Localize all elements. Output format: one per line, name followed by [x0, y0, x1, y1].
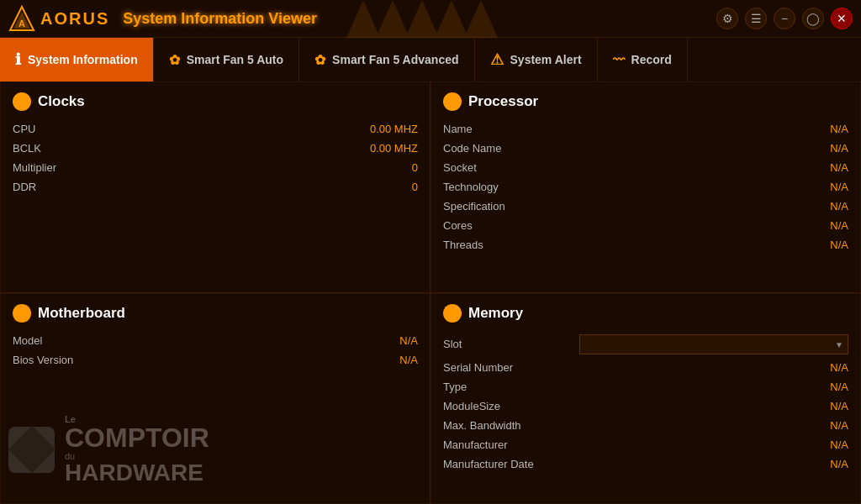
clocks-bclk-label: BCLK: [13, 142, 41, 155]
tab-system-information-label: System Information: [28, 53, 138, 66]
memory-modulesize-label: ModuleSize: [443, 400, 500, 412]
processor-threads-label: Threads: [443, 239, 483, 251]
clocks-cpu-value: 0.00 MHZ: [370, 123, 418, 135]
memory-serial-value: N/A: [830, 361, 848, 374]
tab-smart-fan-auto[interactable]: ✿ Smart Fan 5 Auto: [154, 38, 299, 81]
svg-rect-28: [17, 308, 21, 312]
clocks-multiplier-value: 0: [412, 161, 418, 174]
svg-marker-5: [405, 0, 439, 38]
memory-type-row: Type N/A: [443, 377, 848, 396]
settings-button[interactable]: ⚙: [716, 8, 738, 29]
motherboard-model-label: Model: [13, 334, 42, 347]
processor-specification-label: Specification: [443, 200, 505, 213]
processor-codename-label: Code Name: [443, 142, 501, 155]
tab-system-alert-label: System Alert: [510, 53, 582, 66]
processor-technology-value: N/A: [830, 181, 848, 193]
memory-serial-label: Serial Number: [443, 361, 513, 374]
menu-button[interactable]: ☰: [745, 8, 767, 29]
svg-text:MB: MB: [16, 315, 27, 323]
processor-threads-row: Threads N/A: [443, 235, 848, 255]
svg-rect-35: [451, 311, 452, 316]
memory-slot-row: Slot: [443, 331, 848, 358]
svg-marker-4: [376, 0, 409, 38]
clocks-bclk-value: 0.00 MHZ: [370, 142, 418, 155]
processor-name-label: Name: [443, 123, 473, 135]
alert-icon: ⚠: [490, 50, 504, 69]
processor-threads-value: N/A: [830, 239, 848, 251]
memory-bandwidth-value: N/A: [830, 419, 848, 432]
svg-text:DDR: DDR: [445, 306, 454, 311]
svg-marker-3: [346, 0, 380, 38]
memory-title: DDR Memory: [443, 304, 848, 323]
tab-system-alert[interactable]: ⚠ System Alert: [475, 38, 598, 81]
processor-name-value: N/A: [830, 123, 848, 135]
memory-manufacturer-value: N/A: [830, 438, 848, 451]
memory-serial-row: Serial Number N/A: [443, 358, 848, 377]
tab-smart-fan-advanced[interactable]: ✿ Smart Fan 5 Advanced: [299, 38, 474, 81]
memory-slot-label: Slot: [443, 338, 462, 350]
app-title: System Information Viewer: [123, 10, 317, 28]
restore-button[interactable]: ◯: [802, 8, 824, 29]
memory-manufacturer-row: Manufacturer N/A: [443, 435, 848, 454]
clocks-multiplier-label: Multiplier: [13, 161, 56, 174]
svg-marker-6: [435, 0, 468, 38]
motherboard-bios-row: Bios Version N/A: [13, 350, 418, 370]
memory-slot-select[interactable]: [579, 334, 848, 354]
processor-technology-label: Technology: [443, 181, 499, 193]
memory-bandwidth-label: Max. Bandwidth: [443, 419, 521, 432]
processor-cores-value: N/A: [830, 219, 848, 232]
motherboard-icon: MB: [13, 304, 31, 323]
clocks-multiplier-row: Multiplier 0: [13, 158, 418, 177]
memory-panel: DDR Memory Slot Serial Number N/A Ty: [430, 293, 861, 505]
svg-rect-29: [23, 308, 27, 311]
minimize-button[interactable]: −: [774, 8, 795, 29]
motherboard-model-row: Model N/A: [13, 331, 418, 350]
clocks-icon: [13, 92, 31, 111]
motherboard-bios-value: N/A: [399, 354, 418, 366]
memory-manufacturer-label: Manufacturer: [443, 438, 508, 451]
memory-slot-select-wrap[interactable]: [579, 334, 848, 354]
record-icon: 〰: [613, 53, 625, 66]
clocks-panel: Clocks CPU 0.00 MHZ BCLK 0.00 MHZ Multip…: [0, 81, 430, 293]
clocks-title: Clocks: [13, 92, 418, 111]
tab-smart-fan-advanced-label: Smart Fan 5 Advanced: [332, 53, 458, 66]
memory-bandwidth-row: Max. Bandwidth N/A: [443, 416, 848, 435]
processor-socket-row: Socket N/A: [443, 158, 848, 177]
clocks-cpu-label: CPU: [13, 123, 35, 135]
processor-panel: Processor Name N/A Code Name N/A Socket …: [430, 81, 861, 293]
memory-type-value: N/A: [830, 381, 848, 393]
tab-system-information[interactable]: ℹ System Information: [0, 38, 154, 81]
nav-tabs: ℹ System Information ✿ Smart Fan 5 Auto …: [0, 38, 861, 81]
motherboard-title-text: Motherboard: [38, 305, 125, 322]
memory-type-label: Type: [443, 381, 467, 393]
svg-marker-7: [464, 0, 498, 38]
processor-technology-row: Technology N/A: [443, 177, 848, 197]
processor-specification-row: Specification N/A: [443, 197, 848, 216]
clocks-ddr-label: DDR: [13, 181, 36, 193]
svg-text:A: A: [18, 18, 25, 29]
processor-title: Processor: [443, 92, 848, 111]
svg-rect-36: [454, 311, 456, 316]
clocks-bclk-row: BCLK 0.00 MHZ: [13, 139, 418, 158]
clocks-ddr-row: DDR 0: [13, 177, 418, 197]
title-controls: ⚙ ☰ − ◯ ✕: [716, 8, 853, 29]
close-button[interactable]: ✕: [831, 8, 853, 29]
memory-manufacturer-date-label: Manufacturer Date: [443, 458, 534, 470]
tab-smart-fan-auto-label: Smart Fan 5 Auto: [187, 53, 283, 66]
memory-manufacturer-date-row: Manufacturer Date N/A: [443, 454, 848, 474]
aorus-logo-icon: A: [8, 5, 35, 32]
logo-area: A AORUS System Information Viewer: [8, 5, 317, 32]
processor-codename-row: Code Name N/A: [443, 139, 848, 158]
processor-socket-label: Socket: [443, 161, 477, 174]
tab-record[interactable]: 〰 Record: [598, 38, 688, 81]
fan-auto-icon: ✿: [169, 52, 180, 68]
processor-title-text: Processor: [468, 93, 538, 110]
svg-rect-34: [447, 311, 449, 316]
clocks-cpu-row: CPU 0.00 MHZ: [13, 119, 418, 139]
memory-title-text: Memory: [468, 305, 523, 322]
processor-codename-value: N/A: [830, 142, 848, 155]
processor-specification-value: N/A: [830, 200, 848, 213]
memory-manufacturer-date-value: N/A: [830, 458, 848, 470]
motherboard-model-value: N/A: [399, 334, 418, 347]
svg-rect-14: [449, 98, 456, 105]
